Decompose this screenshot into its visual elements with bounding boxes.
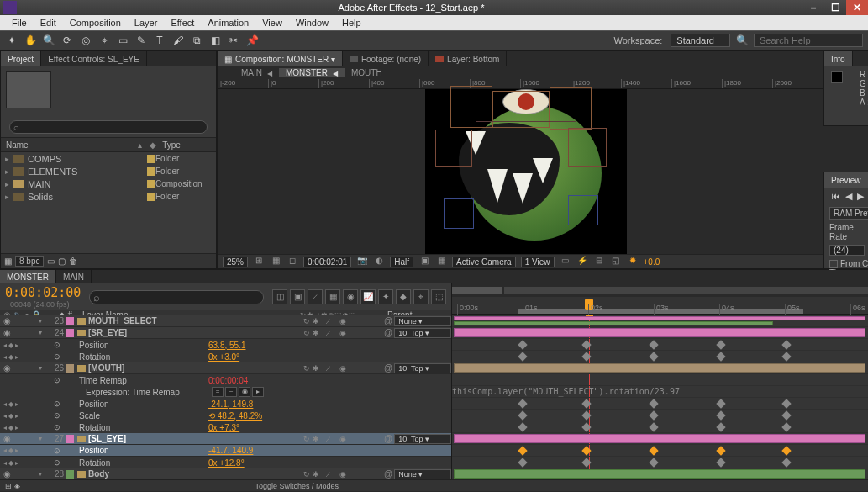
timeline-search-input[interactable] <box>89 290 264 304</box>
anchor-tool-icon[interactable]: ⌖ <box>97 34 111 47</box>
timeline-tab[interactable]: MONSTER <box>0 270 56 283</box>
flowchart-icon[interactable]: ◱ <box>610 256 622 267</box>
property-row[interactable]: ◂ ◆ ▸⊙ Position -41.7, 140.9 <box>0 445 451 457</box>
pen-tool-icon[interactable]: ✎ <box>134 34 148 47</box>
new-comp-icon[interactable]: ▭ <box>47 257 55 266</box>
brainstorm-icon[interactable]: ✦ <box>378 289 393 304</box>
comp-breadcrumb[interactable]: MONSTER◀ <box>279 68 345 77</box>
menu-view[interactable]: View <box>255 18 289 28</box>
exposure-icon[interactable]: ✹ <box>627 256 639 267</box>
rotate-tool-icon[interactable]: ⟳ <box>60 34 74 47</box>
snapshot-icon[interactable]: 📷 <box>356 256 368 267</box>
fast-preview-icon[interactable]: ⚡ <box>576 256 588 267</box>
shape-tool-icon[interactable]: ▭ <box>116 34 129 47</box>
project-col-name[interactable]: Name <box>1 140 134 150</box>
menu-composition[interactable]: Composition <box>63 18 128 28</box>
hand-tool-icon[interactable]: ✋ <box>24 34 37 47</box>
timeline-layer-row[interactable]: ◉ ▾ 28 Body ↻✱⟋◉ @None ▾ <box>0 468 451 479</box>
project-tab[interactable]: Effect Controls: SL_EYE <box>41 51 147 66</box>
auto-keyframe-icon[interactable]: ◆ <box>396 289 411 304</box>
menu-edit[interactable]: Edit <box>34 18 63 28</box>
layer-bounds[interactable] <box>444 198 474 229</box>
puppet-tool-icon[interactable]: 📌 <box>245 34 259 47</box>
menu-layer[interactable]: Layer <box>128 18 165 28</box>
comp-mini-flowchart-icon[interactable]: ◫ <box>272 289 287 304</box>
shy-icon[interactable]: ⟋ <box>308 289 323 304</box>
workspace-dropdown[interactable]: Standard <box>671 34 730 47</box>
menu-help[interactable]: Help <box>335 18 368 28</box>
camera-tool-icon[interactable]: ◎ <box>79 34 92 47</box>
motion-blur-icon[interactable]: ◉ <box>343 289 358 304</box>
timeline-layer-row[interactable]: ◉ ▾ 27 [SL_EYE] ↻✱⟋◉ @10. Top ▾ <box>0 433 451 445</box>
frame-blend-icon[interactable]: ▦ <box>325 289 340 304</box>
layer-bounds[interactable] <box>476 121 576 220</box>
timeline-layer-row[interactable]: ◉ ▾ 26 [MOUTH] ↻✱⟋◉ @10. Top ▾ <box>0 362 451 374</box>
property-row[interactable]: ◂ ◆ ▸⊙ Position -24.1, 149.8 <box>0 398 451 410</box>
time-ruler[interactable]: 0:00s01s02s03s04s05s06s <box>452 297 868 315</box>
composition-tab[interactable]: ▦Composition: MONSTER ▾ <box>218 51 343 66</box>
menu-effect[interactable]: Effect <box>164 18 201 28</box>
frame-rate-dropdown[interactable]: (24) <box>829 245 865 256</box>
window-minimize-button[interactable]: – <box>802 0 824 15</box>
timeline-layer-row[interactable]: ◉ ▾ 23 MOUTH_SELECT ↻✱⟋◉ @None ▾ <box>0 315 451 327</box>
composition-tab[interactable]: Footage: (none) <box>343 51 429 66</box>
zoom-dropdown[interactable]: 25% <box>223 257 248 267</box>
project-item[interactable]: ▸ELEMENTSFolder <box>1 165 216 177</box>
mask-icon[interactable]: ◻ <box>287 256 298 267</box>
menu-window[interactable]: Window <box>289 18 335 28</box>
property-row[interactable]: ◂ ◆ ▸⊙ Position 63.8, 55.1 <box>0 339 451 351</box>
property-row[interactable]: ◂ ◆ ▸⊙ Rotation 0x +7.3° <box>0 421 451 433</box>
property-row[interactable]: ◂ ◆ ▸⊙ Rotation 0x +12.8° <box>0 457 451 468</box>
delete-icon[interactable]: 🗑 <box>69 257 77 266</box>
timeline-layer-row[interactable]: ◉ ▾ 24 [SR_EYE] ↻✱⟋◉ @10. Top ▾ <box>0 327 451 339</box>
composition-tab[interactable]: Layer: Bottom <box>429 51 507 66</box>
channel-icon[interactable]: ◐ <box>373 256 385 267</box>
preview-tab[interactable]: Preview <box>824 172 868 188</box>
pixel-aspect-icon[interactable]: ▭ <box>560 256 571 267</box>
timeline-toggle-icon[interactable]: ⊞ ◈ <box>0 482 20 490</box>
play-button[interactable]: ▶ <box>857 191 864 202</box>
current-time-display[interactable]: 0:00:02:01 <box>303 257 351 267</box>
bpc-button[interactable]: 8 bpc <box>15 256 44 267</box>
ram-preview-options-dropdown[interactable]: RAM Preview Options <box>829 207 868 220</box>
project-search-input[interactable] <box>9 120 208 134</box>
project-item[interactable]: ▸COMPSFolder <box>1 152 216 165</box>
prev-frame-button[interactable]: ◀ <box>845 191 852 202</box>
roto-tool-icon[interactable]: ✂ <box>227 34 240 47</box>
property-row[interactable]: ⊙ Time Remap 0:00:00:04 <box>0 374 451 386</box>
brush-tool-icon[interactable]: 🖌 <box>171 34 185 47</box>
property-row[interactable]: Expression: Time Remap =~◉▸ <box>0 386 451 398</box>
render-icon[interactable]: ⬚ <box>431 289 446 304</box>
grid-icon[interactable]: ▦ <box>270 256 281 267</box>
layer-bounds[interactable] <box>435 130 472 167</box>
timeline-icon[interactable]: ⊟ <box>593 256 605 267</box>
views-dropdown[interactable]: 1 View <box>521 257 555 267</box>
project-col-type[interactable]: Type <box>159 140 216 150</box>
current-timecode[interactable]: 0:00:02:00 <box>5 285 81 300</box>
roi-icon[interactable]: ▣ <box>418 256 430 267</box>
viewport[interactable] <box>229 89 823 254</box>
project-tab[interactable]: Project <box>1 51 41 66</box>
zoom-tool-icon[interactable]: 🔍 <box>42 34 55 47</box>
exposure-value[interactable]: +0.0 <box>644 257 660 267</box>
text-tool-icon[interactable]: T <box>153 34 166 47</box>
comp-breadcrumb[interactable]: MOUTH <box>345 68 389 77</box>
resolution-dropdown[interactable]: Half <box>390 257 413 267</box>
timeline-tab[interactable]: MAIN <box>56 270 92 283</box>
draft-3d-icon[interactable]: ▣ <box>290 289 305 304</box>
menu-file[interactable]: File <box>5 18 34 28</box>
project-col-label-icon[interactable]: ▴ <box>134 140 146 150</box>
toggle-switches-modes-button[interactable]: Toggle Switches / Modes <box>255 482 339 490</box>
first-frame-button[interactable]: ⏮ <box>831 191 840 202</box>
project-item[interactable]: ▸SolidsFolder <box>1 190 216 203</box>
info-tab[interactable]: Info <box>824 51 853 66</box>
zoom-slider[interactable] <box>452 287 502 294</box>
window-maximize-button[interactable]: ☐ <box>824 0 846 15</box>
clone-tool-icon[interactable]: ⧉ <box>190 34 203 47</box>
help-search-input[interactable] <box>754 34 863 47</box>
menu-animation[interactable]: Animation <box>201 18 255 28</box>
snap-icon[interactable]: ⌖ <box>413 289 429 304</box>
new-folder-icon[interactable]: ▢ <box>58 257 66 266</box>
property-row[interactable]: ◂ ◆ ▸⊙ Rotation 0x +3.0° <box>0 351 451 362</box>
property-row[interactable]: ◂ ◆ ▸⊙ Scale ⟲ 48.2, 48.2% <box>0 410 451 421</box>
